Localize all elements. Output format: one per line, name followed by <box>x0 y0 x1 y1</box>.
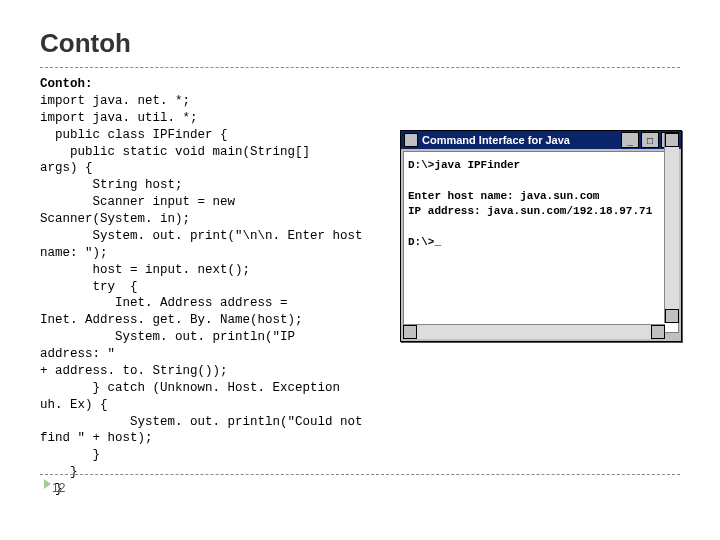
maximize-button[interactable]: □ <box>641 132 659 148</box>
code-line: public static void main(String[] <box>40 145 310 159</box>
code-line: public class IPFinder { <box>40 128 228 142</box>
console-output: D:\>java IPFinder Enter host name: java.… <box>403 151 679 333</box>
scrollbar-horizontal[interactable] <box>403 324 665 339</box>
window-app-icon <box>404 133 418 147</box>
code-block: Contoh: import java. net. *; import java… <box>40 76 380 498</box>
divider-bottom <box>40 474 680 475</box>
console-line: Enter host name: java.sun.com <box>408 190 599 202</box>
code-line: find " + host); <box>40 431 153 445</box>
page-title: Contoh <box>40 28 680 59</box>
code-line: host = input. next(); <box>40 263 250 277</box>
scrollbar-vertical[interactable] <box>664 133 679 323</box>
divider-top <box>40 67 680 68</box>
console-prompt: D:\>_ <box>408 236 441 248</box>
console-line: D:\>java IPFinder <box>408 159 520 171</box>
code-line: String host; <box>40 178 183 192</box>
code-line: args) { <box>40 161 93 175</box>
minimize-button[interactable]: _ <box>621 132 639 148</box>
scroll-right-icon[interactable] <box>651 325 665 339</box>
code-line: address: " <box>40 347 115 361</box>
code-line: Scanner(System. in); <box>40 212 190 226</box>
code-line: Scanner input = new <box>40 195 235 209</box>
window-titlebar[interactable]: Command Interface for Java _ □ × <box>401 131 681 149</box>
code-label: Contoh: <box>40 77 93 91</box>
console-line: IP address: java.sun.com/192.18.97.71 <box>408 205 652 217</box>
code-line: import java. util. *; <box>40 111 198 125</box>
scroll-up-icon[interactable] <box>665 133 679 147</box>
code-line: } <box>40 465 78 479</box>
code-line: + address. to. String()); <box>40 364 228 378</box>
code-line: } catch (Unknown. Host. Exception <box>40 381 340 395</box>
code-line: System. out. print("\n\n. Enter host <box>40 229 363 243</box>
code-line: } <box>40 448 100 462</box>
scroll-left-icon[interactable] <box>403 325 417 339</box>
code-line: name: "); <box>40 246 108 260</box>
code-line: System. out. println("IP <box>40 330 295 344</box>
scroll-down-icon[interactable] <box>665 309 679 323</box>
window-title: Command Interface for Java <box>422 134 621 146</box>
code-line: System. out. println("Could not <box>40 415 363 429</box>
code-line: Inet. Address. get. By. Name(host); <box>40 313 303 327</box>
code-line: try { <box>40 280 138 294</box>
code-line: uh. Ex) { <box>40 398 108 412</box>
code-line: Inet. Address address = <box>40 296 288 310</box>
code-line: import java. net. *; <box>40 94 190 108</box>
command-window: Command Interface for Java _ □ × D:\>jav… <box>400 130 682 342</box>
page-number: 12 <box>40 481 680 495</box>
